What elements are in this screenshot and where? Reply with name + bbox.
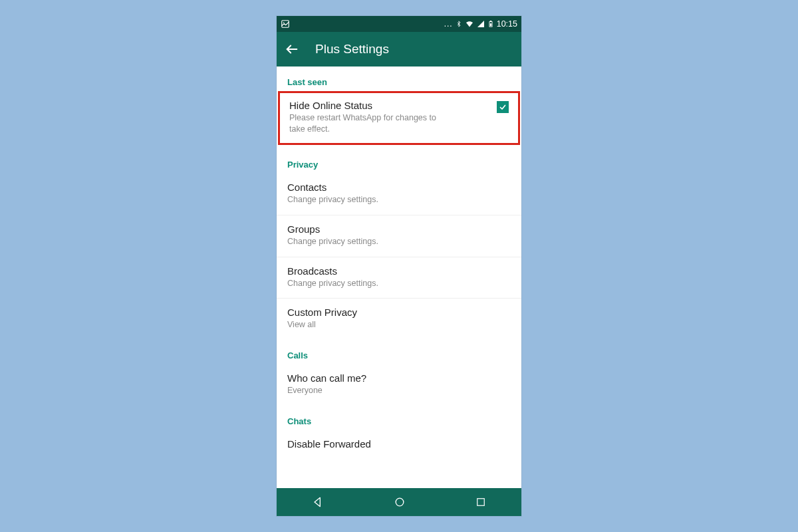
status-dots: ... xyxy=(444,19,453,29)
row-subtitle: Change privacy settings. xyxy=(287,236,511,247)
row-title: Groups xyxy=(287,223,511,235)
cell-signal-icon xyxy=(477,20,485,28)
app-bar: Plus Settings xyxy=(277,32,521,66)
svg-point-5 xyxy=(396,498,404,506)
nav-back-icon[interactable] xyxy=(311,495,325,509)
battery-icon xyxy=(487,19,494,29)
android-nav-bar xyxy=(277,488,521,516)
phone-frame: ... 10:15 Plus Settings Last seen xyxy=(277,16,521,516)
row-subtitle: Change privacy settings. xyxy=(287,194,511,205)
row-custom-privacy[interactable]: Custom Privacy View all xyxy=(277,299,521,340)
row-who-can-call[interactable]: Who can call me? Everyone xyxy=(277,364,521,406)
row-groups[interactable]: Groups Change privacy settings. xyxy=(277,215,521,257)
section-header-last-seen: Last seen xyxy=(277,66,521,91)
status-clock: 10:15 xyxy=(497,19,517,29)
wifi-icon xyxy=(465,20,474,28)
svg-rect-0 xyxy=(282,21,289,28)
row-subtitle: Change privacy settings. xyxy=(287,278,511,289)
svg-rect-6 xyxy=(477,499,485,506)
image-icon xyxy=(281,19,290,29)
svg-rect-4 xyxy=(489,23,491,26)
nav-recents-icon[interactable] xyxy=(475,496,487,508)
svg-point-1 xyxy=(283,22,285,23)
row-subtitle: View all xyxy=(287,319,511,331)
svg-rect-3 xyxy=(490,21,491,21)
android-status-bar: ... 10:15 xyxy=(277,16,521,32)
section-header-chats: Chats xyxy=(277,406,521,430)
page-title: Plus Settings xyxy=(315,42,389,57)
row-subtitle: Everyone xyxy=(287,385,511,396)
settings-list[interactable]: Last seen Hide Online Status Please rest… xyxy=(277,66,521,488)
highlight-box: Hide Online Status Please restart WhatsA… xyxy=(278,91,520,145)
row-hide-online-status[interactable]: Hide Online Status Please restart WhatsA… xyxy=(280,93,518,143)
nav-home-icon[interactable] xyxy=(393,495,406,509)
row-title: Who can call me? xyxy=(287,372,511,384)
row-title: Broadcasts xyxy=(287,265,511,277)
row-disable-forwarded[interactable]: Disable Forwarded xyxy=(277,430,521,450)
row-subtitle: Please restart WhatsApp for changes to t… xyxy=(289,112,442,135)
row-title: Contacts xyxy=(287,182,511,193)
checkbox-checked-icon[interactable] xyxy=(497,101,509,113)
row-title: Disable Forwarded xyxy=(287,438,371,450)
row-title: Hide Online Status xyxy=(289,100,490,111)
row-broadcasts[interactable]: Broadcasts Change privacy settings. xyxy=(277,257,521,299)
back-icon[interactable] xyxy=(285,42,299,57)
section-header-calls: Calls xyxy=(277,340,521,364)
row-title: Custom Privacy xyxy=(287,307,511,318)
section-header-privacy: Privacy xyxy=(277,145,521,174)
bluetooth-icon xyxy=(456,19,462,29)
row-contacts[interactable]: Contacts Change privacy settings. xyxy=(277,174,521,215)
